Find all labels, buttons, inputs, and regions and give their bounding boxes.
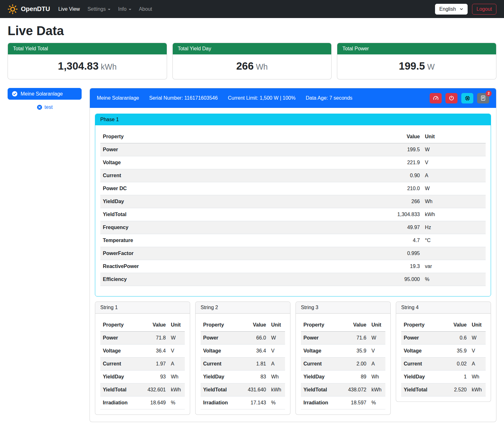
row-unit: Wh: [422, 195, 486, 208]
brand-link[interactable]: OpenDTU: [8, 4, 50, 14]
string-2-card: String 2 Property Value Unit: [195, 302, 290, 415]
table-row: Power 66.0 W: [201, 332, 285, 345]
nav-info[interactable]: Info: [114, 4, 135, 15]
row-value: 93: [145, 371, 168, 383]
inverter-panel-header: Meine Solaranlage Serial Number: 1161716…: [90, 88, 496, 108]
table-row: Voltage 35.9 V: [401, 345, 486, 358]
logout-button[interactable]: Logout: [472, 4, 496, 15]
row-property: Power: [201, 332, 245, 345]
table-row: Power 0.6 W: [401, 332, 486, 345]
total-yield-total-card: Total Yield Total 1,304.83kWh: [8, 43, 167, 79]
row-value: 83: [245, 371, 269, 383]
row-value: 18.597: [345, 396, 369, 409]
table-row: Current 1.81 A: [201, 358, 285, 371]
table-row: YieldTotal 2.520 kWh: [401, 383, 486, 396]
string-table: Property Value Unit Power: [100, 319, 185, 409]
table-row: Power 199.5 W: [100, 143, 486, 156]
inverter-select-item-inactive[interactable]: test: [8, 104, 82, 110]
card-value: 1,304.83kWh: [13, 60, 162, 72]
row-unit: kWh: [269, 383, 285, 396]
row-unit: var: [422, 260, 486, 273]
row-unit: V: [469, 345, 486, 358]
row-unit: A: [422, 169, 486, 182]
current-limit: Current Limit: 1,500 W | 100%: [228, 95, 296, 101]
table-row: Current 0.90 A: [100, 169, 486, 182]
row-property: YieldTotal: [100, 208, 381, 221]
row-property: Temperature: [100, 234, 381, 247]
card-title: Total Power: [337, 43, 496, 54]
row-value: 36.4: [145, 345, 168, 358]
event-log-button[interactable]: 2: [477, 93, 489, 103]
row-unit: W: [469, 332, 486, 345]
row-value: 36.4: [245, 345, 269, 358]
table-row: YieldDay 1 Wh: [401, 371, 486, 383]
row-unit: Wh: [369, 371, 385, 383]
card-value: 199.5W: [342, 60, 491, 72]
row-unit: Hz: [422, 221, 486, 234]
nav-live-view[interactable]: Live View: [54, 4, 84, 15]
row-value: 71.8: [145, 332, 168, 345]
nav-settings[interactable]: Settings: [84, 4, 114, 15]
row-property: Power: [100, 143, 381, 156]
col-unit: Unit: [168, 319, 185, 332]
row-unit: W: [422, 182, 486, 195]
row-property: ReactivePower: [100, 260, 381, 273]
row-property: YieldDay: [301, 371, 345, 383]
brand-label: OpenDTU: [21, 5, 50, 13]
row-value: 2.520: [446, 383, 469, 396]
row-property: Power: [100, 332, 145, 345]
summary-cards-row: Total Yield Total 1,304.83kWh Total Yiel…: [8, 43, 496, 79]
row-property: Power DC: [100, 182, 381, 195]
inverter-name: Meine Solaranlage: [97, 95, 139, 101]
row-unit: W: [269, 332, 285, 345]
row-unit: A: [269, 358, 285, 371]
value-unit: kWh: [101, 62, 117, 71]
table-row: Voltage 36.4 V: [201, 345, 285, 358]
inverter-name-label: Meine Solaranlage: [21, 91, 63, 97]
value-unit: W: [427, 62, 435, 71]
nav-about[interactable]: About: [135, 4, 156, 15]
row-unit: Wh: [269, 371, 285, 383]
table-header-row: Property Value Unit: [100, 319, 185, 332]
language-select[interactable]: English: [435, 4, 468, 15]
inverter-name-label: test: [45, 104, 53, 110]
row-property: YieldTotal: [301, 383, 345, 396]
table-row: Current 1.97 A: [100, 358, 185, 371]
table-header-row: Property Value Unit: [201, 319, 285, 332]
row-property: Power: [401, 332, 446, 345]
data-age: Data Age: 7 seconds: [306, 95, 352, 101]
row-unit: %: [422, 273, 486, 286]
string-table: Property Value Unit Power: [301, 319, 385, 409]
table-row: Efficiency 95.000 %: [100, 273, 486, 286]
table-row: YieldDay 83 Wh: [201, 371, 285, 383]
row-value: 18.649: [145, 396, 168, 409]
row-value: 66.0: [245, 332, 269, 345]
row-unit: W: [422, 143, 486, 156]
string-1-card: String 1 Property Value Unit: [95, 302, 190, 415]
table-row: Voltage 35.9 V: [301, 345, 385, 358]
string-table: Property Value Unit Power: [401, 319, 486, 396]
power-toggle-button[interactable]: [445, 93, 457, 103]
string-card-title: String 4: [396, 302, 491, 314]
limit-settings-button[interactable]: [430, 93, 442, 103]
row-unit: kWh: [168, 383, 185, 396]
row-property: Frequency: [100, 221, 381, 234]
string-card-title: String 1: [95, 302, 190, 314]
row-value: 438.072: [345, 383, 369, 396]
chevron-down-icon: [108, 9, 110, 10]
table-row: Temperature 4.7 °C: [100, 234, 486, 247]
row-value: 0.90: [381, 169, 422, 182]
row-value: 0.6: [446, 332, 469, 345]
col-property: Property: [301, 319, 345, 332]
page-title: Live Data: [8, 24, 496, 38]
row-unit: A: [168, 358, 185, 371]
inverter-select-button-active[interactable]: Meine Solaranlage: [8, 88, 82, 100]
row-value: 4.7: [381, 234, 422, 247]
string-card-title: String 2: [196, 302, 290, 314]
chevron-down-icon: [129, 9, 131, 10]
row-property: Irradiation: [201, 396, 245, 409]
row-unit: kWh: [422, 208, 486, 221]
inverter-info-button[interactable]: [461, 93, 473, 103]
sun-logo-icon: [8, 4, 18, 14]
row-value: 266: [381, 195, 422, 208]
